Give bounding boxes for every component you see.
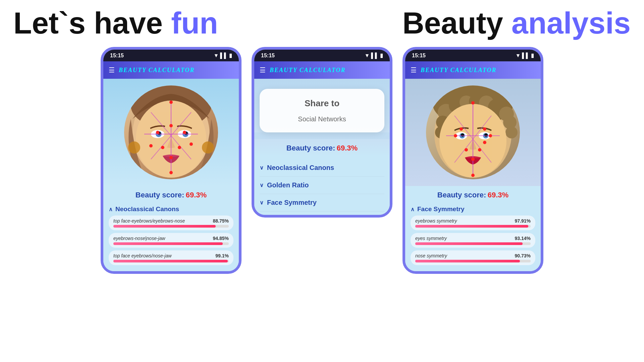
app-header-middle: ☰ BEAUTY CALCULATOR xyxy=(254,61,390,79)
stat-bar-fill-left-2 xyxy=(113,260,228,262)
phones-container: 15:15 ▼ ▌▌ ▮ ☰ BEAUTY CALCULATOR xyxy=(0,47,644,274)
signal-icon: ▌▌ xyxy=(220,53,228,59)
svg-point-58 xyxy=(483,141,486,144)
svg-point-19 xyxy=(161,146,164,149)
hamburger-icon-middle[interactable]: ☰ xyxy=(260,66,266,74)
app-header-left: ☰ BEAUTY CALCULATOR xyxy=(103,61,239,79)
header-left-text: Let`s have xyxy=(13,6,171,40)
list-item-symmetry[interactable]: ∨ Face Symmetry xyxy=(260,194,384,212)
svg-point-52 xyxy=(454,134,457,137)
accordion-left: ∧ Neoclassical Canons top face-eyebrows/… xyxy=(103,203,239,271)
stat-label-left-2: top face eyebrows/nose-jaw xyxy=(113,253,172,258)
stat-bar-fill-right-0 xyxy=(415,225,528,228)
stat-label-row-right-2: nose symmetry 90.73% xyxy=(415,253,531,258)
accordion-header-left[interactable]: ∧ Neoclassical Canons xyxy=(109,203,233,216)
svg-point-18 xyxy=(183,131,186,134)
accordion-title-left: Neoclassical Canons xyxy=(115,205,179,213)
svg-point-50 xyxy=(460,127,463,131)
app-title-left: BEAUTY CALCULATOR xyxy=(119,67,195,74)
status-icons-middle: ▼ ▌▌ ▮ xyxy=(364,52,383,59)
stat-label-row-left-1: eyebrows-nose|nose-jaw 94.85% xyxy=(113,236,229,241)
svg-point-23 xyxy=(190,142,193,146)
stat-label-right-2: nose symmetry xyxy=(415,253,447,258)
svg-point-24 xyxy=(169,171,173,174)
svg-point-43 xyxy=(461,133,464,137)
stat-bar-fill-right-2 xyxy=(415,260,520,262)
header-left: Let`s have fun xyxy=(13,7,218,40)
svg-point-55 xyxy=(478,148,481,152)
header-beauty-text: Beauty xyxy=(402,6,512,40)
wifi-icon-middle: ▼ xyxy=(364,53,370,59)
chevron-neoclassical: ∨ xyxy=(260,165,264,171)
stat-value-left-2: 99.1% xyxy=(215,253,229,258)
stat-value-right-1: 93.14% xyxy=(515,236,531,241)
svg-point-57 xyxy=(471,174,475,177)
status-bar-left: 15:15 ▼ ▌▌ ▮ xyxy=(103,50,239,61)
stat-bar-fill-right-1 xyxy=(415,242,523,245)
stat-value-left-1: 94.85% xyxy=(213,236,229,241)
stat-label-row-left-0: top face-eyebrows/eyebrows-nose 88.75% xyxy=(113,218,229,224)
app-title-middle: BEAUTY CALCULATOR xyxy=(270,67,346,74)
svg-point-53 xyxy=(489,134,492,137)
stat-label-right-0: eyebrows symmetry xyxy=(415,218,457,224)
hamburger-icon-left[interactable]: ☰ xyxy=(109,66,115,74)
share-title: Share to xyxy=(266,98,378,109)
stat-row-right-2: nose symmetry 90.73% xyxy=(411,250,535,265)
face-svg-right xyxy=(426,85,520,179)
battery-icon-right: ▮ xyxy=(531,52,534,59)
stat-bar-bg-left-1 xyxy=(113,242,229,245)
battery-icon: ▮ xyxy=(229,52,232,59)
status-time-middle: 15:15 xyxy=(261,53,275,59)
app-header-right: ☰ BEAUTY CALCULATOR xyxy=(405,61,541,79)
stat-label-row-right-0: eyebrows symmetry 97.91% xyxy=(415,218,531,224)
signal-icon-right: ▌▌ xyxy=(522,53,530,59)
stat-value-left-0: 88.75% xyxy=(213,218,229,224)
svg-point-9 xyxy=(128,141,140,154)
accordion-header-right[interactable]: ∧ Face Symmetry xyxy=(411,203,535,216)
status-bar-right: 15:15 ▼ ▌▌ ▮ xyxy=(405,50,541,61)
svg-point-49 xyxy=(471,101,475,105)
wifi-icon-right: ▼ xyxy=(515,53,521,59)
app-title-right: BEAUTY CALCULATOR xyxy=(421,67,497,74)
accordion-title-right: Face Symmetry xyxy=(417,205,464,213)
battery-icon-middle: ▮ xyxy=(380,52,383,59)
stat-label-row-left-2: top face eyebrows/nose-jaw 99.1% xyxy=(113,253,229,258)
stat-bar-bg-right-1 xyxy=(415,242,531,245)
stat-label-left-1: eyebrows-nose|nose-jaw xyxy=(113,236,165,241)
status-icons-right: ▼ ▌▌ ▮ xyxy=(515,52,534,59)
svg-point-22 xyxy=(149,144,153,147)
list-item-neoclassical[interactable]: ∨ Neoclassical Canons xyxy=(260,159,384,177)
status-time-left: 15:15 xyxy=(110,53,124,59)
svg-point-56 xyxy=(471,158,475,161)
svg-point-44 xyxy=(484,133,488,137)
accordion-arrow-left: ∧ xyxy=(109,206,113,213)
list-label-symmetry: Face Symmetry xyxy=(267,199,317,206)
share-dialog-container: Share to Social Networks xyxy=(254,79,390,132)
chevron-symmetry: ∨ xyxy=(260,199,264,206)
stat-row-right-0: eyebrows symmetry 97.91% xyxy=(411,216,535,230)
svg-point-37 xyxy=(505,126,518,138)
svg-point-15 xyxy=(169,101,173,104)
status-icons-left: ▼ ▌▌ ▮ xyxy=(213,52,232,59)
chevron-golden: ∨ xyxy=(260,182,264,188)
svg-point-20 xyxy=(178,146,181,149)
accordion-arrow-right: ∧ xyxy=(411,206,415,213)
beauty-score-left: Beauty score: 69.3% xyxy=(103,186,239,203)
face-svg-left xyxy=(124,85,218,179)
face-area-left xyxy=(103,79,239,186)
phone-right: 15:15 ▼ ▌▌ ▮ ☰ BEAUTY CALCULATOR xyxy=(402,47,543,274)
stat-value-right-0: 97.91% xyxy=(515,218,531,224)
stat-row-left-0: top face-eyebrows/eyebrows-nose 88.75% xyxy=(109,216,233,230)
beauty-score-label-right: Beauty score: xyxy=(437,191,486,199)
beauty-score-label-middle: Beauty score: xyxy=(286,144,335,152)
svg-point-16 xyxy=(169,124,173,127)
face-circle-right xyxy=(426,85,520,179)
hamburger-icon-right[interactable]: ☰ xyxy=(411,66,417,74)
list-label-neoclassical: Neoclassical Canons xyxy=(267,164,334,172)
face-circle-left xyxy=(124,85,218,179)
face-area-right xyxy=(405,79,541,186)
list-item-golden[interactable]: ∨ Golden Ratio xyxy=(260,177,384,194)
phone-left: 15:15 ▼ ▌▌ ▮ ☰ BEAUTY CALCULATOR xyxy=(101,47,241,274)
status-bar-middle: 15:15 ▼ ▌▌ ▮ xyxy=(254,50,390,61)
stat-bar-bg-right-2 xyxy=(415,260,531,262)
